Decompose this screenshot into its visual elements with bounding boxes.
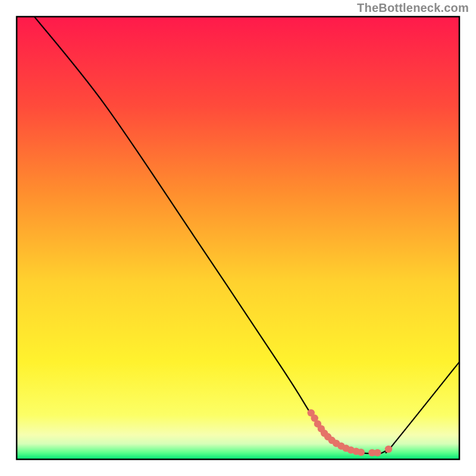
marker-dot xyxy=(374,449,381,456)
marker-dot xyxy=(385,446,392,453)
gradient-background xyxy=(17,17,459,459)
marker-dot xyxy=(358,449,365,456)
chart-container: TheBottleneck.com xyxy=(0,0,476,476)
attribution-text: TheBottleneck.com xyxy=(357,1,469,15)
chart-svg xyxy=(0,0,476,476)
